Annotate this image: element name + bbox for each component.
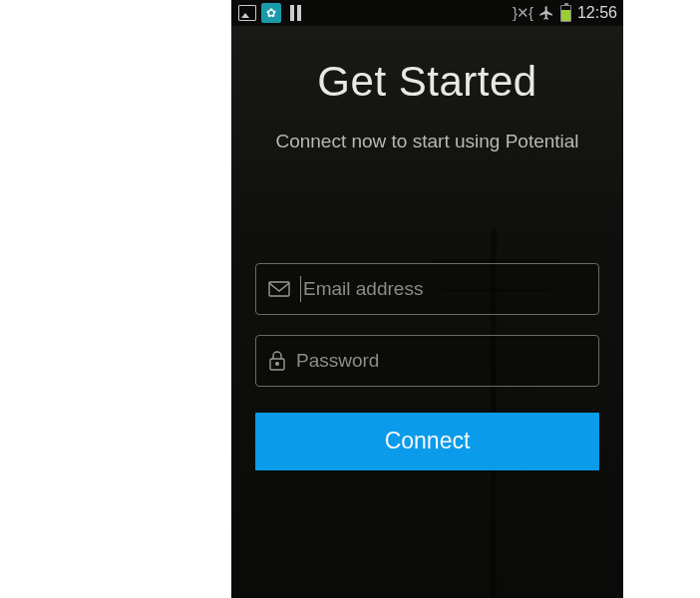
- status-bar-left: ✿: [237, 3, 305, 23]
- text-cursor: [300, 276, 301, 302]
- connect-button[interactable]: Connect: [255, 413, 599, 470]
- status-clock: 12:56: [577, 4, 617, 22]
- app-notification-icon: ✿: [261, 3, 281, 23]
- email-field[interactable]: [303, 278, 586, 300]
- status-bar-right: }✕{ 12:56: [513, 4, 617, 22]
- password-input-wrap[interactable]: [255, 335, 599, 387]
- pause-icon: [285, 3, 305, 23]
- battery-icon: [560, 5, 571, 22]
- mail-icon: [268, 281, 290, 297]
- phone-screen: ✿ }✕{ 12:56 Get Started Connect now to s…: [231, 0, 623, 598]
- main-content: Get Started Connect now to start using P…: [231, 26, 623, 470]
- gallery-icon: [237, 3, 257, 23]
- svg-point-2: [276, 362, 279, 365]
- status-bar: ✿ }✕{ 12:56: [231, 0, 623, 26]
- page-title: Get Started: [255, 58, 599, 106]
- login-form: Connect: [255, 263, 599, 470]
- password-field[interactable]: [296, 350, 586, 372]
- vibrate-silent-icon: }✕{: [513, 4, 532, 22]
- svg-rect-0: [269, 282, 289, 296]
- email-input-wrap[interactable]: [255, 263, 599, 315]
- page-subtitle: Connect now to start using Potential: [255, 128, 599, 155]
- airplane-mode-icon: [538, 5, 554, 21]
- lock-icon: [268, 350, 286, 372]
